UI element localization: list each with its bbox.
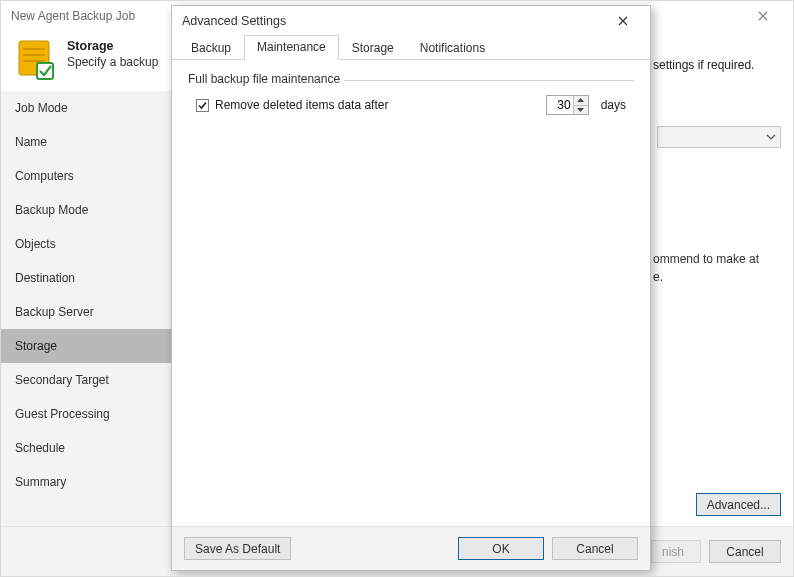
dialog-cancel-button[interactable]: Cancel: [552, 537, 638, 560]
remove-days-spinner[interactable]: [546, 95, 589, 115]
wizard-steps-sidebar: Job Mode Name Computers Backup Mode Obje…: [1, 91, 185, 528]
spinner-up[interactable]: [574, 96, 588, 105]
save-as-default-button[interactable]: Save As Default: [184, 537, 291, 560]
wizard-window: New Agent Backup Job Storage Specify a b…: [0, 0, 794, 577]
page-subtitle-right: settings if required.: [653, 58, 754, 72]
sidebar-item-backup-server[interactable]: Backup Server: [1, 295, 184, 329]
sidebar-item-summary[interactable]: Summary: [1, 465, 184, 499]
page-title: Storage: [67, 39, 158, 53]
dialog-close-button[interactable]: [606, 8, 640, 34]
tab-notifications[interactable]: Notifications: [407, 36, 498, 60]
sidebar-item-guest-processing[interactable]: Guest Processing: [1, 397, 184, 431]
sidebar-item-secondary-target[interactable]: Secondary Target: [1, 363, 184, 397]
dialog-tabs: Backup Maintenance Storage Notifications: [172, 36, 650, 60]
sidebar-item-objects[interactable]: Objects: [1, 227, 184, 261]
close-icon: [618, 16, 628, 26]
page-subtitle: Specify a backup: [67, 55, 158, 69]
spinner-arrows: [573, 96, 588, 114]
tab-backup[interactable]: Backup: [178, 36, 244, 60]
dialog-footer: Save As Default OK Cancel: [172, 526, 650, 570]
storage-step-icon: [15, 37, 55, 81]
remove-days-input[interactable]: [547, 96, 573, 114]
sidebar-item-name[interactable]: Name: [1, 125, 184, 159]
sidebar-item-storage[interactable]: Storage: [1, 329, 184, 363]
ok-button[interactable]: OK: [458, 537, 544, 560]
repository-dropdown[interactable]: [657, 126, 781, 148]
dialog-body: Full backup file maintenance Remove dele…: [172, 60, 650, 526]
caret-down-icon: [577, 108, 584, 112]
wizard-header-text: Storage Specify a backup: [67, 37, 158, 69]
remove-deleted-label: Remove deleted items data after: [215, 98, 388, 112]
svg-rect-4: [37, 63, 53, 79]
checkmark-icon: [197, 100, 208, 111]
group-legend: Full backup file maintenance: [188, 72, 344, 86]
finish-button[interactable]: nish: [651, 540, 701, 563]
recommend-text: ommend to make at e.: [653, 250, 781, 286]
sidebar-item-backup-mode[interactable]: Backup Mode: [1, 193, 184, 227]
sidebar-item-computers[interactable]: Computers: [1, 159, 184, 193]
advanced-settings-dialog: Advanced Settings Backup Maintenance Sto…: [171, 5, 651, 571]
tab-storage[interactable]: Storage: [339, 36, 407, 60]
full-backup-maintenance-group: Full backup file maintenance Remove dele…: [188, 80, 634, 123]
spinner-down[interactable]: [574, 105, 588, 115]
advanced-button[interactable]: Advanced...: [696, 493, 781, 516]
chevron-down-icon: [766, 134, 776, 140]
tab-maintenance[interactable]: Maintenance: [244, 35, 339, 60]
dialog-title: Advanced Settings: [182, 14, 286, 28]
sidebar-item-job-mode[interactable]: Job Mode: [1, 91, 184, 125]
dialog-titlebar: Advanced Settings: [172, 6, 650, 36]
cancel-button[interactable]: Cancel: [709, 540, 781, 563]
remove-deleted-row: Remove deleted items data after day: [196, 95, 626, 115]
days-label: days: [601, 98, 626, 112]
sidebar-item-destination[interactable]: Destination: [1, 261, 184, 295]
remove-deleted-checkbox[interactable]: [196, 99, 209, 112]
window-close-button[interactable]: [743, 2, 783, 30]
close-icon: [758, 11, 768, 21]
window-title: New Agent Backup Job: [11, 9, 135, 23]
caret-up-icon: [577, 98, 584, 102]
sidebar-item-schedule[interactable]: Schedule: [1, 431, 184, 465]
